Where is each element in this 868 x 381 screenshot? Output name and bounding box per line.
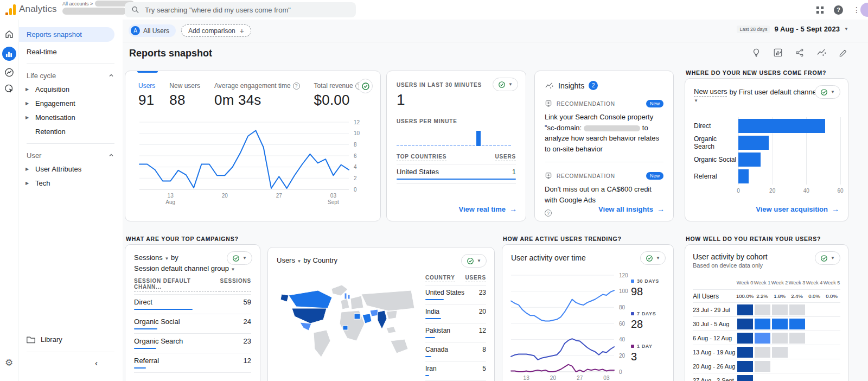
svg-text:2: 2 xyxy=(354,175,357,181)
metric-dimension-selector[interactable]: Users ▼ by Country xyxy=(277,255,486,266)
chevron-down-icon: ▼ xyxy=(656,256,660,261)
data-quality-dropdown[interactable]: ▼ xyxy=(640,251,666,265)
axis-tick-label: 40 xyxy=(803,188,809,194)
admin-gear-icon[interactable]: ⚙ xyxy=(5,357,13,369)
sidebar-item-monetisation[interactable]: ▶ Monetisation xyxy=(19,110,123,124)
share-bar xyxy=(425,299,444,300)
home-icon[interactable] xyxy=(4,29,14,39)
expand-arrow-icon[interactable]: ▶ xyxy=(25,87,29,92)
sidebar-section-user[interactable]: User xyxy=(19,149,123,162)
minute-empty xyxy=(442,145,445,146)
cohort-card: User activity by cohort Based on device … xyxy=(685,244,848,381)
dimension-label: Direct xyxy=(134,298,251,306)
help-icon[interactable]: ? xyxy=(293,82,300,90)
bar-track xyxy=(738,169,839,183)
row-label: 30 Jul - 5 Aug xyxy=(693,321,736,327)
account-switcher[interactable]: All accounts > ▼ xyxy=(62,1,134,15)
view-all-insights-link[interactable]: View all insights → xyxy=(598,205,665,213)
advertising-nav-icon[interactable] xyxy=(4,84,14,94)
metric[interactable]: Average engagement time?0m 34s xyxy=(214,82,300,109)
sidebar-item-acquisition[interactable]: ▶ Acquisition xyxy=(19,82,123,96)
insights-count-badge: 2 xyxy=(589,81,598,90)
new-badge: New xyxy=(646,172,663,180)
search-input[interactable] xyxy=(145,6,349,14)
sidebar-item-reports-snapshot[interactable]: Reports snapshot xyxy=(19,27,114,42)
recommendation-text[interactable]: Don't miss out on a CA$600 credit with G… xyxy=(545,184,663,205)
dimension-label: Organic Social xyxy=(134,318,251,326)
week-header: Week 3 xyxy=(788,280,806,285)
analytics-logo-icon[interactable] xyxy=(5,3,16,15)
sidebar-item-realtime[interactable]: Real-time xyxy=(19,45,123,59)
sidebar-item-engagement[interactable]: ▶ Engagement xyxy=(19,96,123,110)
minute-empty xyxy=(400,145,403,146)
insights-lightbulb-icon[interactable] xyxy=(751,48,761,58)
cell-wrap xyxy=(823,304,840,315)
apps-grid-icon[interactable] xyxy=(816,6,824,14)
cohort-cell xyxy=(807,375,822,381)
column-header: SESSIONS xyxy=(220,278,251,291)
sidebar-item-library[interactable]: Library xyxy=(19,335,62,344)
expand-arrow-icon[interactable]: ▶ xyxy=(25,101,29,106)
recommendation-kind: RECOMMENDATION xyxy=(557,101,642,107)
sidebar: Reports snapshot Real-time Life cycle ▶ … xyxy=(19,20,123,381)
share-icon[interactable] xyxy=(795,48,805,58)
overview-metrics-card: Users91New users88Average engagement tim… xyxy=(125,71,381,221)
metric-cell: 20 xyxy=(479,308,486,315)
metric[interactable]: Total revenue?$0.00 xyxy=(314,82,362,109)
sidebar-item-tech[interactable]: ▶ Tech xyxy=(19,176,123,190)
expand-arrow-icon[interactable]: ▶ xyxy=(25,181,29,186)
data-quality-dropdown[interactable]: ▼ xyxy=(227,251,252,265)
cohort-cell xyxy=(807,333,822,344)
chevron-down-icon: ▼ xyxy=(508,82,513,87)
customize-report-icon[interactable] xyxy=(773,48,783,58)
more-menu-icon[interactable]: ⋮ xyxy=(853,5,860,14)
plus-icon: + xyxy=(240,27,244,35)
reports-nav-icon[interactable] xyxy=(2,47,16,61)
minute-empty xyxy=(454,145,456,146)
realtime-card: USERS IN LAST 30 MINUTES 1 USERS PER MIN… xyxy=(386,71,526,221)
search-bar[interactable] xyxy=(125,2,356,17)
segment-chip-all-users[interactable]: A All Users xyxy=(129,24,176,37)
recommendation-text[interactable]: Link your Search Console property "sc-do… xyxy=(545,112,663,154)
users-per-minute-chart xyxy=(397,130,516,146)
sidebar-item-user-attributes[interactable]: ▶ User Attributes xyxy=(19,162,123,176)
cohort-cell xyxy=(789,304,805,315)
sidebar-section-life-cycle[interactable]: Life cycle xyxy=(19,69,123,82)
date-range-picker[interactable]: Last 28 days 9 Aug - 5 Sept 2023 ▼ xyxy=(737,25,848,33)
expand-arrow-icon[interactable]: ▶ xyxy=(25,167,29,172)
add-comparison-button[interactable]: Add comparison + xyxy=(181,24,251,37)
avatar[interactable] xyxy=(860,3,868,17)
recommendation-icon xyxy=(545,100,552,107)
view-user-acquisition-link[interactable]: View user acquisition → xyxy=(756,205,839,213)
minute-empty xyxy=(408,145,411,146)
expand-arrow-icon[interactable]: ▶ xyxy=(25,115,29,120)
data-quality-dropdown[interactable]: ▼ xyxy=(461,254,487,268)
explore-nav-icon[interactable] xyxy=(4,67,14,78)
folder-icon xyxy=(27,336,35,344)
cohort-cell xyxy=(824,361,840,372)
data-quality-dropdown[interactable]: ▼ xyxy=(493,78,518,91)
help-icon[interactable]: ? xyxy=(545,209,552,217)
data-quality-button[interactable] xyxy=(358,79,373,93)
minute-empty xyxy=(431,145,433,146)
help-icon[interactable]: ? xyxy=(834,5,843,15)
legend-name: 1 DAY xyxy=(637,344,653,349)
legend-marker xyxy=(631,280,634,283)
view-real-time-link[interactable]: View real time → xyxy=(459,205,517,213)
minute-empty xyxy=(438,145,441,146)
collapse-sidebar-button[interactable]: ‹ xyxy=(95,358,98,367)
metric[interactable]: New users88 xyxy=(169,82,200,109)
edit-pencil-icon[interactable] xyxy=(839,48,848,58)
chevron-down-icon: ▼ xyxy=(242,256,247,261)
svg-text:27: 27 xyxy=(276,193,283,199)
insights-sparkline-icon[interactable] xyxy=(816,48,827,58)
recommendation-header: RECOMMENDATIONNew xyxy=(545,100,663,107)
bar-row: Organic Social xyxy=(694,151,839,168)
top-bar: Analytics All accounts > ▼ ? ⋮ xyxy=(0,0,868,20)
data-quality-dropdown[interactable]: ▼ xyxy=(815,251,840,265)
sidebar-item-retention[interactable]: Retention xyxy=(19,124,123,138)
cohort-cell xyxy=(772,304,788,315)
data-quality-dropdown[interactable]: ▼ xyxy=(815,85,840,99)
cell-wrap xyxy=(806,304,823,315)
metric[interactable]: Users91 xyxy=(138,82,155,109)
